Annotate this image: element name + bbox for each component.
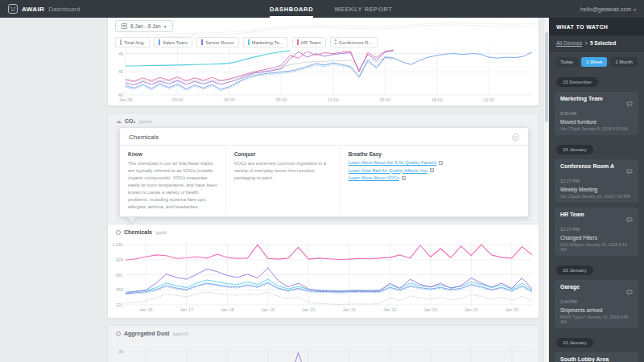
brand-name: AWAIR (22, 6, 44, 13)
event-title: South Lobby Area (560, 356, 609, 362)
legend-chip-marketing-te[interactable]: Marketing Te... (243, 37, 288, 47)
event-description: Moved furniture (560, 119, 633, 125)
popover-columns: Know The chemicals in our air that Awair… (120, 146, 528, 215)
svg-text:45: 45 (118, 69, 123, 74)
legend-chip-label: Marketing Te... (252, 40, 283, 45)
chemicals-chart-unit: (ppb) (155, 230, 167, 235)
calendar-icon (122, 23, 127, 29)
svg-text:456: 456 (116, 287, 123, 292)
scrollbar[interactable] (543, 18, 548, 362)
account-menu[interactable]: hello@getawair.com ▾ (580, 0, 636, 18)
tab-dashboard[interactable]: DASHBOARD (270, 0, 313, 18)
dust-section[interactable]: Aggregated Dust (µg/m³) 35 (107, 325, 539, 362)
event-card-conference-room-a[interactable]: Conference Room A12:27 PMWeekly MeetingV… (555, 159, 638, 203)
chemicals-chart-title: Chemicals (124, 229, 152, 235)
legend-chip-label: Total Avg. (124, 40, 145, 45)
scrollbar-thumb[interactable] (545, 32, 548, 122)
event-title: Conference Room A (560, 163, 614, 169)
svg-text:Jan 21: Jan 21 (342, 307, 356, 312)
event-meta: PM25 7µg/m³ January 16, 2018 9:45 AM (560, 315, 633, 324)
svg-text:1,161: 1,161 (112, 242, 123, 247)
legend-color-swatch (120, 39, 122, 45)
top-chart-svg: Jan 0803:0006:0009:0012:0015:0018:0021:0… (108, 43, 539, 106)
event-title: Marketing Team (560, 96, 603, 101)
date-range-value: 8 Jan - 8 Jan (130, 23, 161, 29)
main-content: Jan 0803:0006:0009:0012:0015:0018:0021:0… (0, 18, 549, 362)
breathe-easy-links: Learn More About the 5 Air Quality Facto… (349, 160, 520, 180)
all-devices-link[interactable]: All Devices (556, 40, 582, 46)
event-card-header: Conference Room A (560, 163, 633, 178)
svg-text:691: 691 (116, 273, 123, 278)
legend-chip-conference-r[interactable]: Conference R... (330, 37, 378, 47)
cloud-icon: ☁ (116, 118, 122, 124)
comment-icon (626, 96, 633, 110)
breathe-easy-link[interactable]: Learn More About VOCs (349, 175, 399, 180)
svg-text:Jan 23: Jan 23 (423, 307, 437, 312)
legend-chip-label: Sales Team (163, 40, 188, 45)
legend-chip-total-avg[interactable]: Total Avg. (115, 37, 150, 47)
caret-down-icon: ▾ (634, 6, 636, 12)
event-card-header: HR Team (560, 212, 633, 226)
breathe-easy-heading: Breathe Easy (349, 151, 520, 157)
co2-section-title: CO₂ (125, 118, 136, 124)
svg-text:18:00: 18:00 (431, 97, 443, 102)
svg-text:12:00: 12:00 (328, 97, 339, 102)
legend-chip-hr-team[interactable]: HR Team (292, 37, 326, 47)
breathe-easy-link-row: Learn More About the 5 Air Quality Facto… (349, 160, 520, 165)
range-button-1-month[interactable]: 1 Month (610, 57, 638, 67)
external-link-icon (402, 176, 406, 180)
legend-color-swatch (248, 39, 250, 45)
legend-color-swatch (159, 39, 160, 45)
svg-text:09:00: 09:00 (276, 97, 287, 102)
dust-section-header: Aggregated Dust (µg/m³) (108, 326, 539, 341)
know-body: The chemicals in our air that Awair trac… (128, 160, 217, 211)
breadcrumb-separator: > (584, 40, 588, 46)
legend-chip-server-room[interactable]: Server Room (196, 37, 238, 47)
sidebar-title: WHAT TO WATCH (549, 18, 644, 35)
event-time: 12:27 PM (560, 227, 633, 232)
svg-text:Jan 17: Jan 17 (180, 307, 193, 312)
close-icon[interactable]: × (512, 134, 519, 141)
range-button-1-week[interactable]: 1 Week (581, 57, 607, 67)
svg-text:Jan 24: Jan 24 (464, 307, 478, 312)
chemicals-chart-card: Chemicals (ppb) Jan 16Jan 17Jan 18Jan 19… (107, 224, 539, 319)
event-title: HR Team (560, 212, 584, 217)
event-meta: Co2 415ppm January 22, 2018 9:15 AM (560, 242, 633, 252)
event-title: Garage (560, 284, 580, 290)
event-description: Shipments arrived (560, 307, 633, 313)
event-time: 9:39 AM (560, 111, 633, 116)
svg-text:35: 35 (118, 349, 123, 354)
conquer-column: Conquer VOCs are extremely common ingred… (226, 146, 341, 215)
external-link-icon (439, 161, 443, 165)
event-card-south-lobby-area[interactable]: South Lobby Area11:27 AMOffice CleanedVo… (555, 352, 638, 362)
tab-weekly-report[interactable]: WEEKLY REPORT (334, 0, 392, 18)
awair-logo-icon (8, 4, 18, 14)
event-card-garage[interactable]: Garage2:34 PMShipments arrivedPM25 7µg/m… (555, 280, 638, 328)
timeline-date-pill: 10 January (556, 338, 593, 348)
range-button-today[interactable]: Today (555, 57, 578, 67)
chem-chart-svg: Jan 16Jan 17Jan 18Jan 19Jan 20Jan 21Jan … (108, 237, 540, 316)
dust-section-title: Aggregated Dust (124, 331, 169, 336)
event-card-hr-team[interactable]: HR Team12:27 PMChanged FiltersCo2 415ppm… (555, 208, 638, 256)
conquer-body: VOCs are extremely common ingredient in … (234, 160, 332, 182)
event-meta: Voc 22ppb January 21, 2018 7:00 PM (560, 194, 633, 199)
svg-text:06:00: 06:00 (224, 97, 235, 102)
svg-text:21:00: 21:00 (483, 97, 494, 102)
legend-chip-label: Conference R... (339, 40, 373, 45)
svg-text:40: 40 (118, 93, 123, 97)
date-range-picker[interactable]: 8 Jan - 8 Jan ▾ (115, 20, 173, 32)
legend-chips: Total Avg.Sales TeamServer RoomMarketing… (115, 37, 378, 47)
event-card-marketing-team[interactable]: Marketing Team9:39 AMMoved furnitureVoc … (555, 92, 638, 135)
chevron-down-icon: ▾ (164, 23, 167, 29)
know-heading: Know (128, 151, 217, 157)
legend-chip-label: Server Room (205, 40, 233, 45)
legend-chip-sales-team[interactable]: Sales Team (154, 37, 192, 47)
what-to-watch-sidebar: WHAT TO WATCH All Devices > 5 Selected T… (549, 18, 644, 362)
event-description: Weekly Meeting (560, 187, 633, 192)
svg-text:Jan 22: Jan 22 (383, 307, 397, 312)
breathe-easy-link[interactable]: Learn How Bad Air Quality Affects You (349, 168, 427, 173)
legend-color-swatch (201, 39, 203, 45)
comment-icon (626, 163, 633, 178)
breathe-easy-link[interactable]: Learn More About the 5 Air Quality Facto… (349, 160, 437, 165)
svg-text:926: 926 (116, 257, 123, 262)
